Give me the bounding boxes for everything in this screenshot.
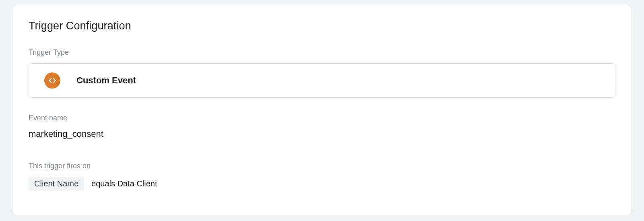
fires-on-label: This trigger fires on <box>29 162 615 170</box>
condition-variable-chip[interactable]: Client Name <box>29 177 84 191</box>
card-title: Trigger Configuration <box>29 20 615 32</box>
trigger-configuration-card: Trigger Configuration Trigger Type Custo… <box>12 6 632 215</box>
code-icon <box>44 72 60 89</box>
trigger-type-selector[interactable]: Custom Event <box>29 63 615 98</box>
condition-operator-value: equals Data Client <box>91 179 157 188</box>
trigger-type-label: Trigger Type <box>29 48 615 57</box>
fires-on-condition: Client Name equals Data Client <box>29 177 615 191</box>
trigger-type-name: Custom Event <box>76 75 136 86</box>
event-name-label: Event name <box>29 114 615 122</box>
event-name-value: marketing_consent <box>29 129 615 139</box>
